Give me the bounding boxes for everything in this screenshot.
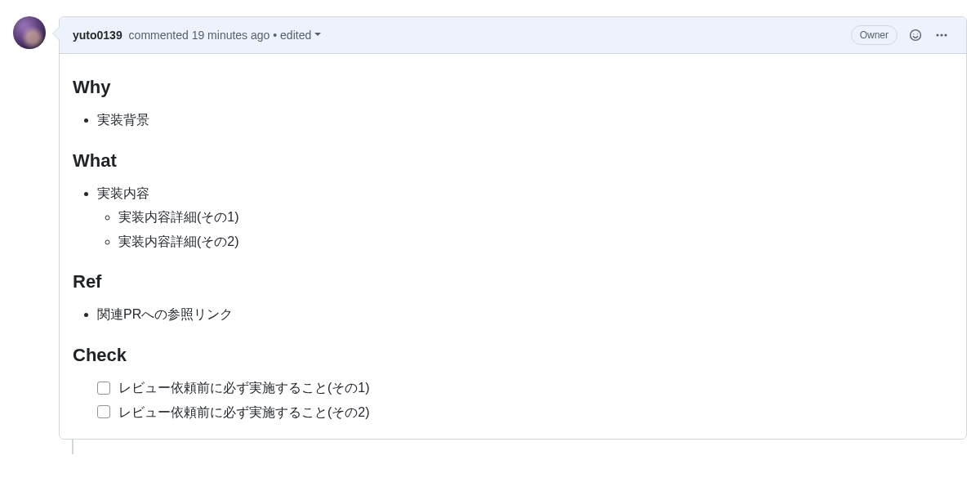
comment-body: Why 実装背景 What 実装内容 実装内容詳細(その1) 実装内容詳細(その…	[60, 54, 966, 439]
owner-badge: Owner	[851, 25, 898, 45]
section-heading-ref: Ref	[73, 271, 953, 292]
emoji-reaction-button[interactable]	[904, 24, 927, 47]
kebab-menu-button[interactable]	[930, 24, 953, 47]
list-item: 実装背景	[97, 109, 953, 131]
svg-point-3	[936, 33, 938, 36]
timeline-connector	[72, 440, 74, 454]
timestamp-link[interactable]: 19 minutes ago	[192, 29, 270, 42]
list-item: 実装内容 実装内容詳細(その1) 実装内容詳細(その2)	[97, 183, 953, 252]
task-checkbox[interactable]	[97, 405, 110, 418]
task-item: レビュー依頼前に必ず実施すること(その2)	[97, 402, 953, 423]
task-checkbox[interactable]	[97, 382, 110, 395]
avatar[interactable]	[13, 16, 46, 49]
section-heading-check: Check	[73, 345, 953, 366]
list-item: 実装内容詳細(その2)	[118, 231, 953, 252]
edited-label[interactable]: edited	[280, 29, 311, 42]
list-item: 関連PRへの参照リンク	[97, 304, 953, 325]
task-label: レビュー依頼前に必ず実施すること(その2)	[118, 402, 370, 423]
meta-sep: •	[270, 29, 280, 42]
svg-point-5	[944, 33, 947, 36]
caret-down-icon[interactable]	[314, 33, 321, 36]
svg-point-1	[913, 33, 914, 34]
section-heading-what: What	[73, 150, 953, 172]
section-heading-why: Why	[73, 77, 953, 98]
task-item: レビュー依頼前に必ず実施すること(その1)	[97, 377, 953, 399]
meta-commented: commented	[126, 29, 192, 42]
comment-header: yuto0139 commented 19 minutes ago • edit…	[60, 17, 966, 54]
list-item-label: 実装内容	[97, 186, 149, 200]
svg-point-0	[911, 30, 921, 41]
comment-box: yuto0139 commented 19 minutes ago • edit…	[59, 16, 967, 440]
list-item: 実装内容詳細(その1)	[118, 207, 953, 228]
svg-point-4	[940, 33, 942, 36]
task-label: レビュー依頼前に必ず実施すること(その1)	[118, 377, 370, 399]
author-link[interactable]: yuto0139	[73, 29, 122, 42]
svg-point-2	[917, 33, 918, 34]
